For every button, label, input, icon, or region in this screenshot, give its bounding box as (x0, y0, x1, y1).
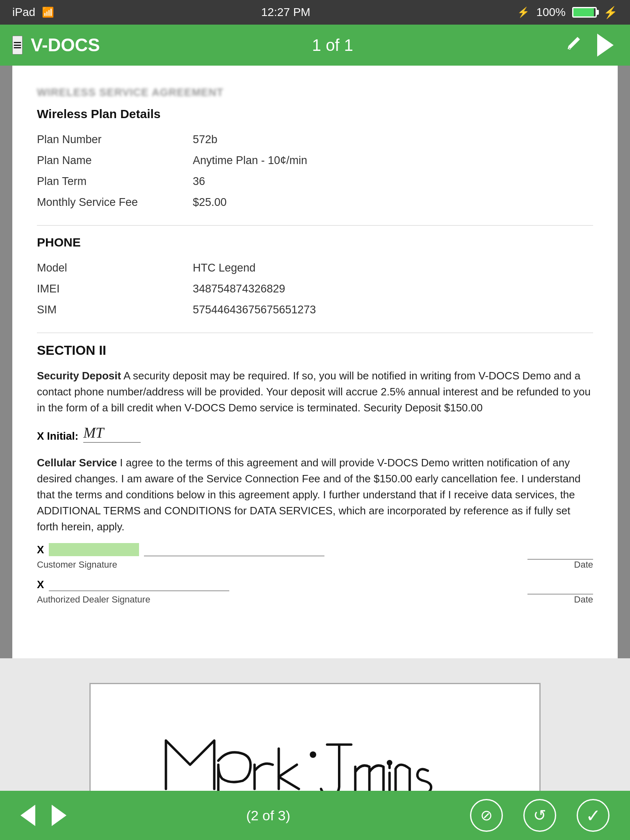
customer-sig-xline: X (37, 543, 519, 556)
customer-sig-x: X (37, 543, 44, 556)
page-indicator: 1 of 1 (312, 36, 353, 55)
bottom-right-actions: ⊘ ↺ ✓ (470, 799, 609, 832)
customer-sig-label: Customer Signature (37, 559, 519, 570)
menu-button[interactable]: ≡ (12, 36, 23, 55)
auth-sig-x: X (37, 578, 44, 591)
app-title: V-DOCS (31, 35, 100, 55)
bottom-nav (21, 805, 66, 826)
customer-sig-underline (144, 556, 324, 556)
doc-bottom-padding (37, 605, 593, 638)
auth-date-area: Date (519, 594, 593, 605)
table-row: Plan Name Anytime Plan - 10¢/min (37, 150, 593, 171)
edit-button[interactable] (565, 36, 583, 54)
sim-value: 57544643675675651273 (193, 304, 593, 316)
table-row: Monthly Service Fee $25.00 (37, 192, 593, 213)
sim-label: SIM (37, 304, 193, 316)
reset-icon: ↺ (533, 806, 546, 824)
table-row: Plan Number 572b (37, 129, 593, 150)
imei-label: IMEI (37, 283, 193, 295)
plan-term-label: Plan Term (37, 175, 193, 188)
signature-capture-section[interactable]: ✕ (0, 658, 630, 791)
security-deposit-para: Security Deposit A security deposit may … (37, 368, 593, 416)
status-bar: iPad 📶 12:27 PM ⚡ 100% ⚡ (0, 0, 630, 25)
next-button[interactable] (52, 805, 66, 826)
signature-box[interactable]: ✕ (89, 683, 541, 791)
authorized-sig-row: X Authorized Dealer Signature Date (37, 578, 593, 605)
plan-term-value: 36 (193, 175, 593, 188)
wireless-plan-section-title: Wireless Plan Details (37, 107, 593, 121)
next-page-button[interactable] (593, 33, 618, 57)
bluetooth-icon: ⚡ (517, 7, 530, 18)
status-right: ⚡ 100% ⚡ (517, 6, 618, 19)
customer-date-area: Date (519, 559, 593, 570)
phone-section-title: PHONE (37, 235, 593, 249)
plan-name-value: Anytime Plan - 10¢/min (193, 154, 593, 167)
confirm-button[interactable]: ✓ (577, 799, 609, 832)
model-value: HTC Legend (193, 262, 593, 274)
arrow-right-icon (597, 34, 614, 57)
cellular-service-heading: Cellular Service (37, 457, 117, 469)
document-scroll-area: WIRELESS SERVICE AGREEMENT Wireless Plan… (0, 66, 630, 791)
plan-number-value: 572b (193, 133, 593, 146)
initial-x: X Initial: (37, 430, 78, 443)
customer-date-label: Date (574, 559, 593, 570)
arrow-right-icon (52, 805, 66, 826)
device-label: iPad (12, 6, 35, 19)
table-row: Plan Term 36 (37, 171, 593, 192)
time-display: 12:27 PM (261, 6, 310, 19)
charging-icon: ⚡ (603, 6, 618, 19)
auth-sig-underline (49, 591, 229, 591)
arrow-left-icon (21, 805, 35, 826)
app-header: ≡ V-DOCS 1 of 1 (0, 25, 630, 66)
auth-sig-left: X Authorized Dealer Signature (37, 578, 519, 605)
phone-table: Model HTC Legend IMEI 348754874326829 SI… (37, 258, 593, 320)
cancel-button[interactable]: ⊘ (470, 799, 503, 832)
battery-indicator (572, 7, 597, 18)
header-left: ≡ V-DOCS (12, 35, 100, 55)
customer-sig-row: X Customer Signature Date (37, 543, 593, 570)
bottom-page-indicator: (2 of 3) (246, 808, 290, 824)
doc-blurred-header: WIRELESS SERVICE AGREEMENT (37, 86, 593, 99)
status-left: iPad 📶 (12, 6, 54, 19)
battery-fill (573, 8, 594, 16)
header-right (565, 33, 618, 57)
customer-sig-left: X Customer Signature (37, 543, 519, 570)
monthly-fee-value: $25.00 (193, 196, 593, 209)
document-page: WIRELESS SERVICE AGREEMENT Wireless Plan… (12, 66, 618, 658)
model-label: Model (37, 262, 193, 274)
cellular-service-para: Cellular Service I agree to the terms of… (37, 455, 593, 535)
initial-signature: MT (83, 424, 141, 443)
reset-button[interactable]: ↺ (523, 799, 556, 832)
check-icon: ✓ (586, 805, 601, 826)
security-deposit-heading: Security Deposit (37, 370, 121, 382)
table-row: Model HTC Legend (37, 258, 593, 278)
bottom-toolbar: (2 of 3) ⊘ ↺ ✓ (0, 791, 630, 840)
auth-sig-label: Authorized Dealer Signature (37, 594, 519, 605)
auth-sig-xline: X (37, 578, 519, 591)
prev-button[interactable] (21, 805, 35, 826)
cancel-icon: ⊘ (480, 807, 493, 824)
svg-point-0 (310, 751, 316, 758)
customer-sig-highlight[interactable] (49, 543, 139, 556)
signature-area: X Customer Signature Date X (37, 543, 593, 605)
divider (37, 225, 593, 226)
wireless-plan-table: Plan Number 572b Plan Name Anytime Plan … (37, 129, 593, 213)
imei-value: 348754874326829 (193, 283, 593, 295)
auth-date-label: Date (574, 594, 593, 605)
plan-number-label: Plan Number (37, 133, 193, 146)
plan-name-label: Plan Name (37, 154, 193, 167)
divider (37, 333, 593, 333)
table-row: IMEI 348754874326829 (37, 278, 593, 299)
wifi-icon: 📶 (42, 7, 54, 18)
monthly-fee-label: Monthly Service Fee (37, 196, 193, 209)
table-row: SIM 57544643675675651273 (37, 299, 593, 320)
svg-point-1 (387, 760, 393, 766)
cellular-service-text: I agree to the terms of this agreement a… (37, 457, 580, 533)
battery-bar (572, 7, 597, 18)
signature-drawing (91, 684, 539, 791)
initial-line: X Initial: MT (37, 424, 593, 443)
section2-title: SECTION II (37, 343, 593, 358)
battery-percent: 100% (536, 6, 566, 19)
